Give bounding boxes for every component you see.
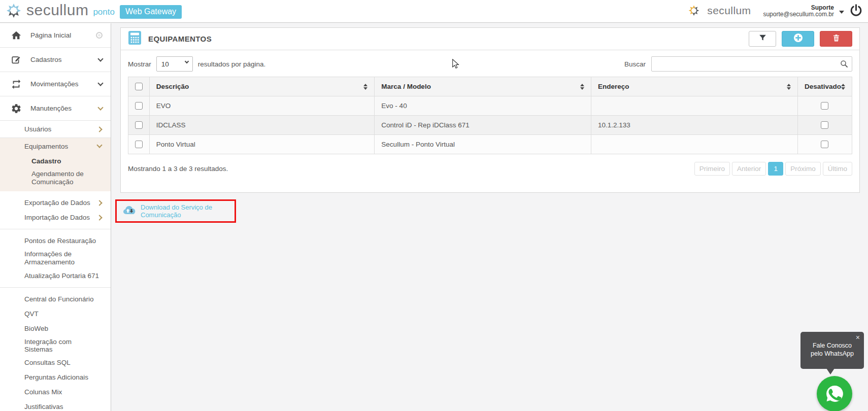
edit-icon xyxy=(10,54,22,66)
sidebar-item-informacoes-armazenamento[interactable]: Informações de Armazenamento xyxy=(0,248,104,268)
sort-icon[interactable] xyxy=(363,84,368,90)
filter-funnel-icon xyxy=(758,33,767,44)
panel-header: EQUIPAMENTOS xyxy=(121,28,859,50)
topbar: secullum ponto Web Gateway xyxy=(0,0,868,23)
download-service-link[interactable]: Download do Serviço de Comunicação xyxy=(141,203,235,219)
delete-button[interactable] xyxy=(820,31,852,47)
sidebar-item-usuarios[interactable]: Usuários xyxy=(0,121,111,138)
search-input[interactable] xyxy=(651,56,852,72)
sidebar-item-qvt[interactable]: QVT xyxy=(0,306,111,321)
secullum-starburst-icon xyxy=(4,1,23,22)
gear-icon xyxy=(10,102,22,115)
select-all-checkbox[interactable] xyxy=(135,83,143,90)
column-header-endereco[interactable]: Endereço xyxy=(591,77,797,96)
sidebar-item-atualizacao-portaria-671[interactable]: Atualização Portaria 671 xyxy=(0,268,111,283)
brand-logo[interactable]: secullum ponto Web Gateway xyxy=(0,1,182,22)
sidebar-item-pontos-restauracao[interactable]: Pontos de Restauração xyxy=(0,233,111,248)
table-row[interactable]: IDCLASS Control iD - Rep iDClass 671 10.… xyxy=(128,116,852,135)
user-email: suporte@secullum.com.br xyxy=(763,11,834,18)
sidebar-item-cadastros[interactable]: Cadastros xyxy=(0,48,111,72)
whatsapp-tooltip: × Fale Conosco pelo WhatsApp xyxy=(800,332,864,369)
table-footer: Mostrando 1 a 3 de 3 resultados. Primeir… xyxy=(121,154,859,183)
sidebar-item-equip-cadastro[interactable]: Cadastro xyxy=(0,154,111,168)
sidebar-item-movimentacoes[interactable]: Movimentações xyxy=(0,72,111,96)
column-header-descricao[interactable]: Descrição xyxy=(149,77,375,96)
table-header-row: Descrição Marca / Modelo Endereço Desati… xyxy=(128,77,852,96)
equipment-table: Descrição Marca / Modelo Endereço Desati… xyxy=(128,77,852,154)
pagination-next[interactable]: Próximo xyxy=(785,162,821,176)
close-icon[interactable]: × xyxy=(856,333,860,341)
web-gateway-badge: Web Gateway xyxy=(120,5,182,19)
desativado-checkbox[interactable] xyxy=(821,141,828,148)
secullum-starburst-icon-small xyxy=(687,3,701,19)
mouse-cursor xyxy=(451,59,460,69)
home-icon xyxy=(10,29,22,42)
sidebar-item-exportacao-dados[interactable]: Exportação de Dados xyxy=(0,195,111,210)
sidebar-item-importacao-dados[interactable]: Importação de Dados xyxy=(0,210,111,225)
home-pin-toggle[interactable] xyxy=(96,32,103,39)
pagination-last[interactable]: Último xyxy=(823,162,852,176)
whatsapp-button[interactable] xyxy=(817,376,852,411)
table-row[interactable]: EVO Evo - 40 xyxy=(128,96,852,116)
sidebar-item-perguntas-adicionais[interactable]: Perguntas Adicionais xyxy=(0,370,111,385)
show-label: Mostrar xyxy=(128,60,151,68)
sort-icon[interactable] xyxy=(841,84,845,90)
chevron-down-icon[interactable] xyxy=(839,11,844,14)
column-header-desativado[interactable]: Desativado xyxy=(797,77,852,96)
pagination-prev[interactable]: Anterior xyxy=(732,162,766,176)
whatsapp-tooltip-line2: pelo WhatsApp xyxy=(800,350,864,358)
filter-button[interactable] xyxy=(749,31,776,47)
search-icon xyxy=(840,59,849,68)
row-checkbox[interactable] xyxy=(135,141,143,148)
sidebar-item-integracao-sistemas[interactable]: Integração com Sistemas xyxy=(0,336,111,355)
pagination-page-1[interactable]: 1 xyxy=(768,162,783,176)
whatsapp-tooltip-line1: Fale Conosco xyxy=(800,341,864,350)
power-logout-icon[interactable] xyxy=(849,4,863,19)
sidebar-item-manutencoes[interactable]: Manutenções xyxy=(0,96,111,121)
pagination: Primeiro Anterior 1 Próximo Último xyxy=(694,162,852,176)
page-size-select[interactable]: 10 xyxy=(156,56,193,72)
chevron-right-icon xyxy=(96,215,102,220)
sidebar-item-consultas-sql[interactable]: Consultas SQL xyxy=(0,355,111,370)
table-row[interactable]: Ponto Virtual Secullum - Ponto Virtual xyxy=(128,135,852,154)
sort-icon[interactable] xyxy=(580,84,584,90)
sidebar-item-pagina-inicial[interactable]: Página Inicial xyxy=(0,23,111,48)
brand-name: secullum xyxy=(26,2,88,19)
results-per-page-label: resultados por página. xyxy=(198,60,266,68)
chevron-down-icon xyxy=(96,142,102,148)
column-header-marca-modelo[interactable]: Marca / Modelo xyxy=(375,77,591,96)
results-status: Mostrando 1 a 3 de 3 resultados. xyxy=(128,165,228,173)
chevron-right-icon xyxy=(96,126,102,132)
sidebar-item-agendamento-comunicacao[interactable]: Agendamento de Comunicação xyxy=(0,168,102,191)
annotation-highlight-box: Download do Serviço de Comunicação xyxy=(115,199,236,223)
sidebar-item-bioweb[interactable]: BioWeb xyxy=(0,321,111,336)
add-button[interactable] xyxy=(782,31,814,47)
main-content: EQUIPAMENTOS xyxy=(112,23,868,411)
chevron-down-icon xyxy=(97,56,103,61)
sort-icon[interactable] xyxy=(787,84,791,90)
chevron-right-icon xyxy=(96,200,102,206)
cloud-download-icon xyxy=(123,205,136,217)
equipment-grid-icon xyxy=(128,30,142,47)
search-label: Buscar xyxy=(624,60,646,68)
trash-icon xyxy=(832,33,841,45)
row-checkbox[interactable] xyxy=(135,121,143,129)
sidebar-item-justificativas[interactable]: Justificativas xyxy=(0,399,111,411)
plus-circle-icon xyxy=(793,33,803,45)
sidebar-item-central-funcionario[interactable]: Central do Funcionário xyxy=(0,292,111,306)
sidebar-item-colunas-mix[interactable]: Colunas Mix xyxy=(0,385,111,399)
whatsapp-icon xyxy=(824,384,845,404)
right-brand-name: secullum xyxy=(707,5,751,17)
desativado-checkbox[interactable] xyxy=(821,121,828,129)
chevron-down-icon xyxy=(97,105,103,110)
pagination-first[interactable]: Primeiro xyxy=(694,162,730,176)
page-title: EQUIPAMENTOS xyxy=(148,35,212,43)
sidebar-item-equipamentos[interactable]: Equipamentos xyxy=(0,138,111,154)
row-checkbox[interactable] xyxy=(135,102,143,110)
table-controls: Mostrar 10 resultados por página. Buscar xyxy=(121,50,859,77)
chevron-down-icon xyxy=(97,80,103,86)
sidebar: Página Inicial Cadastros Movimentações M… xyxy=(0,23,111,411)
desativado-checkbox[interactable] xyxy=(821,102,828,110)
user-menu[interactable]: Suporte suporte@secullum.com.br xyxy=(763,5,834,18)
transfer-arrows-icon xyxy=(10,78,22,90)
